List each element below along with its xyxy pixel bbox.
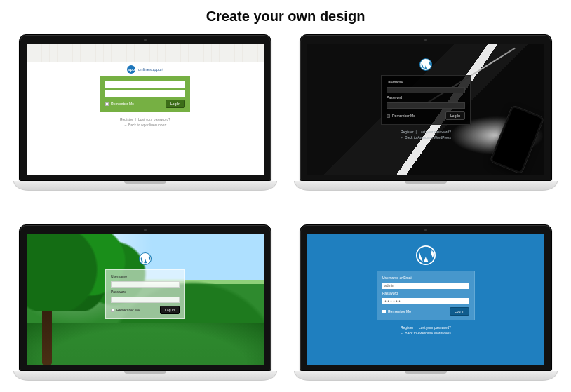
remember-checkbox[interactable]: [387, 114, 390, 118]
register-link[interactable]: Register: [120, 117, 133, 121]
login-button[interactable]: Log In: [166, 100, 185, 108]
lost-password-link[interactable]: Lost your password?: [419, 325, 451, 330]
wordpress-logo-icon: [419, 58, 432, 71]
back-link[interactable]: ← Back to Awesome WordPress: [401, 331, 451, 335]
remember-label: Remember Me: [116, 308, 140, 312]
remember-checkbox[interactable]: [105, 102, 109, 106]
password-input[interactable]: [105, 90, 185, 97]
brand-bar: wpo onlinesupport: [27, 62, 264, 75]
password-input[interactable]: [111, 297, 180, 303]
register-link[interactable]: Register: [401, 325, 414, 330]
username-label: Username: [111, 275, 180, 278]
username-input[interactable]: [105, 81, 185, 88]
brand-text: onlinesupport: [138, 67, 163, 72]
back-link[interactable]: ← Back to Awesome WordPress: [401, 135, 451, 140]
brand-badge-icon: wpo: [127, 65, 135, 74]
form-links: Register|Lost your password? ← Back to w…: [27, 116, 264, 128]
password-input[interactable]: ••••••: [382, 298, 469, 304]
password-input[interactable]: [387, 102, 465, 109]
grass-foreground: [27, 323, 264, 365]
login-screen-nature: Username Password Remember Me Log In: [27, 234, 264, 365]
username-input[interactable]: admin: [382, 283, 469, 289]
username-input[interactable]: [111, 281, 180, 288]
wordpress-logo-icon: [416, 245, 436, 265]
wordpress-logo-icon: [139, 252, 152, 265]
form-links: Register Lost your password? ← Back to A…: [307, 325, 544, 336]
login-button[interactable]: Log In: [450, 307, 469, 316]
design-preview-3: Username Password Remember Me Log In: [19, 224, 271, 381]
design-grid: wpo onlinesupport Remember Me Log In: [0, 34, 571, 388]
page-title: Create your own design: [0, 0, 571, 34]
login-button[interactable]: Log In: [160, 306, 180, 314]
remember-checkbox[interactable]: [382, 310, 386, 313]
lost-password-link[interactable]: Lost your password?: [419, 130, 451, 134]
password-label: Password: [111, 290, 180, 294]
register-link[interactable]: Register: [401, 130, 414, 134]
keyboard-backdrop: [27, 44, 264, 62]
login-screen-blue: Username or Email admin Password •••••• …: [307, 234, 544, 365]
login-screen-green: wpo onlinesupport Remember Me Log In: [27, 44, 264, 175]
username-label: Username or Email: [382, 276, 469, 280]
login-form: Username or Email admin Password •••••• …: [377, 271, 475, 320]
username-label: Username: [387, 81, 465, 84]
username-input[interactable]: [387, 87, 465, 93]
password-label: Password: [387, 96, 465, 100]
login-screen-dark: Username Password Remember Me Log In: [307, 44, 544, 175]
form-links: Register|Lost your password? ← Back to A…: [307, 129, 544, 140]
remember-label: Remember Me: [388, 309, 411, 313]
login-form: Username Password Remember Me Log In: [105, 269, 185, 319]
password-label: Password: [382, 292, 469, 295]
login-form: Remember Me Log In: [100, 76, 190, 112]
remember-checkbox[interactable]: [111, 309, 114, 312]
back-link[interactable]: ← Back to wponlinesupport: [124, 123, 167, 127]
remember-label: Remember Me: [111, 102, 134, 106]
remember-label: Remember Me: [392, 114, 415, 118]
login-form: Username Password Remember Me Log In: [381, 75, 471, 125]
design-preview-2: Username Password Remember Me Log In: [300, 34, 552, 191]
login-button[interactable]: Log In: [445, 111, 465, 120]
design-preview-4: Username or Email admin Password •••••• …: [300, 224, 552, 381]
design-preview-1: wpo onlinesupport Remember Me Log In: [19, 34, 271, 191]
lost-password-link[interactable]: Lost your password?: [138, 117, 170, 121]
